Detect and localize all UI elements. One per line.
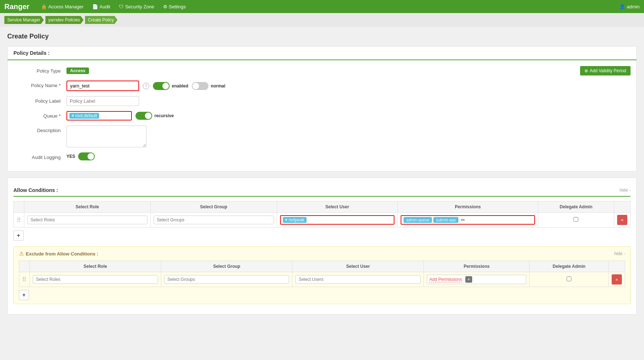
nav-settings[interactable]: ⚙ Settings [159,0,190,13]
exclude-select-role-header: Select Role [30,261,161,272]
breadcrumb-create-policy[interactable]: Create Policy [85,16,117,24]
exclude-group-input[interactable] [164,275,289,284]
shield-icon: 🛡 [119,4,123,9]
policy-label-label: Policy Label [13,96,61,104]
allow-group-input[interactable] [154,216,274,224]
policy-name-input[interactable] [66,81,139,91]
allow-conditions-body: Allow Conditions : hide - Select Role Se… [8,178,636,314]
exclude-perm-cell: Add Permissions + [424,272,530,287]
policy-type-badge: Access [66,68,89,74]
allow-add-row-button[interactable]: + [13,230,24,241]
exclude-delegate-cell [530,272,609,287]
select-role-header: Select Role [24,201,151,213]
info-icon[interactable]: ? [143,83,149,89]
policy-details-body: Policy Type Access ⊕ Add Validity Period… [8,60,636,171]
exclude-header: ⚠ Exclude from Allow Conditions : hide - [19,250,625,257]
exclude-table-header-row: Select Role Select Group Select User Per… [19,261,625,272]
queue-label: Queue * [13,111,61,119]
breadcrumb-yarndev[interactable]: yarndev Policies [45,16,84,24]
exclude-conditions-table: Select Role Select Group Select User Per… [19,261,625,287]
exclude-role-input[interactable] [33,275,158,284]
queue-tag: × root.default [69,113,99,119]
add-validity-period-button[interactable]: ⊕ Add Validity Period [580,66,631,75]
nav-access-manager[interactable]: 🔒 Access Manager [37,0,88,13]
audit-toggle[interactable] [78,152,95,160]
enabled-label: enabled [172,83,188,89]
description-input[interactable] [66,126,146,147]
breadcrumb-service-manager[interactable]: Service Manager [4,16,44,24]
navbar: Ranger 🔒 Access Manager 📄 Audit 🛡 Securi… [0,0,644,13]
policy-name-row: Policy Name * ? enabled normal [13,81,631,91]
exclude-action-col-header [609,261,625,272]
recursive-label: recursive [154,113,174,118]
plus-circle-icon: ⊕ [584,68,588,73]
recursive-toggle[interactable] [135,112,152,120]
exclude-delegate-checkbox[interactable] [567,277,571,281]
audit-yes-label: YES [66,154,75,159]
add-permissions-button[interactable]: + [465,276,472,283]
drag-col-header [14,201,24,213]
allow-perm-tag-submit-app: submit-app [433,217,458,223]
policy-type-row: Policy Type Access ⊕ Add Validity Period [13,66,631,75]
user-menu[interactable]: 👤 admin [619,4,640,9]
allow-condition-row: ⠿ × redpeak [14,213,631,228]
policy-name-label: Policy Name * [13,81,61,88]
policy-details-header: Policy Details : [8,46,636,60]
select-user-header: Select User [277,201,398,213]
audit-toggle-wrap: YES [66,152,95,160]
enabled-toggle[interactable] [153,82,170,90]
allow-delegate-checkbox[interactable] [574,217,578,222]
exclude-remove-row-button[interactable]: × [612,274,622,285]
nav-security-zone[interactable]: 🛡 Security Zone [114,0,158,13]
exclude-remove-cell: × [609,272,625,287]
exclude-perm-tags-wrap[interactable]: Add Permissions + [427,275,526,284]
allow-conditions-title: Allow Conditions : [13,187,58,193]
description-label: Description [13,126,61,133]
exclude-hide[interactable]: hide - [614,251,625,256]
audit-logging-label: Audit Logging [13,152,61,160]
exclude-delegate-admin-header: Delegate Admin [530,261,609,272]
policy-label-input[interactable] [66,96,139,106]
lock-icon: 🔒 [41,4,47,9]
exclude-section: ⚠ Exclude from Allow Conditions : hide -… [13,246,631,304]
allow-perm-tags-wrap[interactable]: admin-queue submit-app ✏ [401,215,535,225]
exclude-role-cell [30,272,161,287]
nav-audit[interactable]: 📄 Audit [88,0,115,13]
exclude-drag-handle[interactable]: ⠿ [19,272,30,287]
audit-logging-row: Audit Logging YES [13,152,631,160]
exclude-add-row-button[interactable]: + [19,290,29,300]
queue-tag-remove[interactable]: × [72,113,74,118]
audit-logging-wrap: YES [66,152,631,160]
enabled-toggle-wrap: enabled [153,82,188,90]
drag-handle[interactable]: ⠿ [14,213,24,228]
normal-toggle[interactable] [192,82,208,90]
policy-name-wrap: ? enabled normal [66,81,631,91]
allow-user-tag-remove[interactable]: × [285,217,288,222]
exclude-user-cell [292,272,424,287]
allow-edit-perm-button[interactable]: ✏ [460,217,466,223]
breadcrumb: Service Manager yarndev Policies Create … [0,13,644,27]
file-icon: 📄 [92,4,98,9]
queue-wrap: × root.default recursive [66,111,631,120]
allow-role-input[interactable] [27,216,147,224]
gear-icon: ⚙ [163,4,167,9]
exclude-condition-row: ⠿ Add Per [19,272,625,287]
policy-label-wrap [66,96,631,106]
exclude-user-input[interactable] [295,275,421,284]
allow-user-tag: × redpeak [283,217,307,223]
allow-perm-tag-admin-queue: admin-queue [404,217,432,223]
queue-row: Queue * × root.default recursive [13,111,631,120]
policy-label-row: Policy Label [13,96,631,106]
queue-tag-input[interactable]: × root.default [66,111,132,120]
exclude-permissions-header: Permissions [424,261,530,272]
exclude-group-cell [161,272,292,287]
exclude-drag-col-header [19,261,30,272]
brand-logo: Ranger [4,3,29,11]
allow-conditions-hide[interactable]: hide - [620,188,631,193]
add-permissions-link[interactable]: Add Permissions [429,277,462,282]
allow-remove-row-button[interactable]: × [617,215,627,225]
allow-delegate-cell [538,213,614,228]
policy-type-wrap: Access ⊕ Add Validity Period [66,66,631,75]
recursive-toggle-wrap: recursive [135,112,174,120]
allow-user-tag-input[interactable]: × redpeak [280,215,395,225]
